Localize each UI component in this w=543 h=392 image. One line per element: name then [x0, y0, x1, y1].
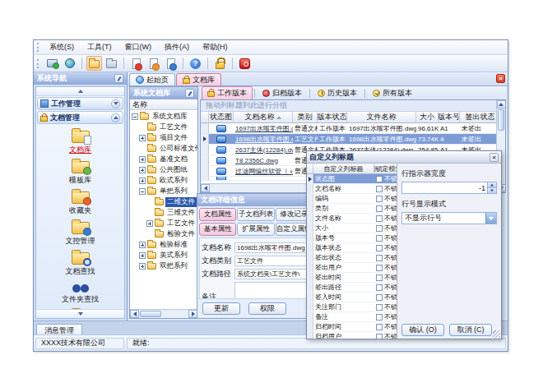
row-indicator-input[interactable]: -1	[401, 182, 497, 194]
menu-item-窗口(W)[interactable]: 窗口(W)	[118, 40, 159, 54]
details-tab-扩展属性[interactable]: 扩展属性	[237, 223, 274, 236]
toolbar-button-globe[interactable]	[62, 56, 77, 71]
dialog-row-版本状态[interactable]: 版本状态不锁定	[307, 243, 397, 253]
checkbox[interactable]	[376, 205, 383, 212]
version-tab-工作版本[interactable]: 工作版本	[202, 86, 253, 100]
dropdown-arrow-icon[interactable]	[485, 213, 496, 224]
dialog-row-编码[interactable]: 编码不锁定	[307, 194, 397, 204]
update-button[interactable]: 更新	[202, 302, 240, 315]
checkbox[interactable]	[376, 304, 383, 311]
document-link[interactable]: 2637主体(12284).dwg	[234, 145, 293, 154]
spin-down-button[interactable]	[488, 187, 496, 193]
version-tab-所有版本[interactable]: 所有版本	[367, 86, 418, 100]
expander-plus-icon[interactable]	[146, 220, 153, 227]
toolbar-button-help[interactable]	[188, 56, 203, 71]
tree-horizontal-scrollbar[interactable]	[130, 309, 197, 318]
checkbox[interactable]	[376, 245, 383, 251]
tree-node-单把系列[interactable]: 单把系列	[130, 186, 197, 196]
details-tab-子文档列表[interactable]: 子文档列表	[237, 208, 274, 221]
scroll-left-button[interactable]	[201, 184, 210, 192]
pin-icon[interactable]	[114, 74, 123, 83]
toolbar-button-lock[interactable]	[212, 56, 228, 71]
dialog-row-大小[interactable]: 大小不锁定	[307, 224, 397, 233]
document-link[interactable]: 1698出水嘴零件图.dwg	[234, 134, 293, 144]
details-tab-文档属性[interactable]: 文档属性	[199, 208, 236, 221]
column-header-状态图[interactable]: 状态图	[209, 112, 234, 122]
expander-plus-icon[interactable]	[139, 167, 146, 173]
dialog-row-备注[interactable]: 备注不锁定	[307, 312, 397, 322]
dialog-row-签出状态[interactable]: 签出状态不锁定	[307, 253, 397, 263]
table-row[interactable]: 1697出水嘴零件图.dwg普通文档工作版本1697出水嘴零件图.dwg96.6…	[201, 123, 506, 134]
dialog-row-关注部门[interactable]: 关注部门不锁定	[307, 302, 397, 312]
sidebar-item-文控管理[interactable]: 文控管理	[36, 218, 124, 248]
doc-category-value[interactable]: 工艺文件	[234, 256, 310, 266]
ok-button[interactable]: 确认 (O)	[401, 324, 444, 336]
sidebar-item-模板库[interactable]: 模板库	[36, 157, 124, 187]
dialog-row-归档用户[interactable]: 归档用户不锁定	[307, 332, 397, 339]
tab-文档库[interactable]: 文档库	[176, 73, 221, 85]
dialog-row-类别[interactable]: 类别不锁定	[307, 204, 397, 214]
sidebar-item-文档库[interactable]: 文档库	[36, 127, 124, 157]
menu-item-帮助(H)[interactable]: 帮助(H)	[196, 40, 234, 54]
column-header-版本状态[interactable]: 版本状态	[318, 112, 347, 122]
dialog-row-签出用户[interactable]: 签出用户不锁定	[307, 263, 397, 273]
menu-item-系统(S)[interactable]: 系统(S)	[43, 40, 81, 54]
dialog-row-签入时间[interactable]: 签入时间不锁定	[307, 293, 397, 302]
expander-plus-icon[interactable]	[139, 263, 146, 270]
checkbox[interactable]	[376, 334, 383, 339]
toolbar-grip[interactable]	[37, 43, 39, 52]
tree-node-基准文档[interactable]: 基准文档	[130, 154, 197, 164]
checkbox[interactable]	[376, 284, 383, 291]
checkbox[interactable]	[376, 235, 383, 242]
toolbar-button-computer[interactable]	[44, 56, 60, 71]
row-number-mode-select[interactable]: 不显示行号	[401, 212, 497, 224]
checkbox[interactable]	[376, 196, 383, 202]
sidebar-item-文件夹查找[interactable]: 文件夹查找	[36, 279, 124, 307]
scroll-up-button[interactable]	[497, 100, 506, 108]
table-row[interactable]: 1698出水嘴零件图.dwg工艺文件工作版本1698出水嘴零件图.dwg73.7…	[201, 134, 506, 145]
dialog-row-文件名称[interactable]: 文件名称不锁定	[307, 214, 397, 224]
sidebar-item-文档查找[interactable]: 文档查找	[36, 248, 124, 279]
toolbar-button-mail-blue[interactable]	[163, 56, 179, 71]
group-by-bar[interactable]: 拖动列标题到此进行分组	[201, 100, 505, 112]
dialog-row-签出路径[interactable]: 签出路径不锁定	[307, 283, 397, 293]
scroll-thumb[interactable]	[498, 109, 504, 131]
menu-item-插件(A)[interactable]: 插件(A)	[158, 40, 196, 54]
column-header-文档名称[interactable]: 文档名称	[234, 112, 293, 122]
expander-plus-icon[interactable]	[139, 156, 146, 163]
sidebar-collapse-button[interactable]	[36, 87, 124, 96]
resize-grip[interactable]	[493, 330, 500, 338]
dialog-row-归档时间[interactable]: 归档时间不锁定	[307, 322, 397, 332]
document-link[interactable]: 过滤网编丝软管（＋...	[234, 166, 293, 176]
column-header-签出状态[interactable]: 签出状态	[460, 112, 501, 122]
doc-path-value[interactable]: 系统文档夹\工艺文件\	[234, 269, 310, 279]
sidebar-section-工作管理[interactable]: 工作管理	[37, 97, 123, 110]
toolbar-button-exit[interactable]	[237, 56, 253, 71]
pin-icon[interactable]	[185, 89, 194, 98]
dialog-col-title-header[interactable]: 自定义列标题	[313, 164, 374, 173]
dialog-title-bar[interactable]: 自定义列标题	[307, 151, 501, 164]
tree-node-检验文件[interactable]: 检验文件	[130, 228, 197, 239]
checkbox[interactable]	[376, 225, 383, 232]
checkbox[interactable]	[376, 274, 383, 281]
checkbox[interactable]	[376, 176, 383, 182]
scroll-thumb[interactable]	[140, 311, 161, 317]
dialog-row-签出时间[interactable]: 签出时间不锁定	[307, 273, 397, 283]
tree-node-工艺文件[interactable]: 工艺文件	[130, 122, 197, 132]
checkbox[interactable]	[376, 314, 383, 321]
checkbox[interactable]	[376, 265, 383, 271]
version-tab-历史版本[interactable]: 历史版本	[312, 86, 363, 100]
scroll-left-button[interactable]	[130, 310, 139, 318]
menu-item-工具(T)[interactable]: 工具(T)	[81, 40, 118, 54]
tree-column-header[interactable]: 名称	[130, 99, 197, 110]
tree-node-项目文件[interactable]: 项目文件	[130, 132, 197, 143]
toolbar-grip[interactable]	[37, 59, 39, 68]
expander-minus-icon[interactable]	[139, 188, 146, 195]
sidebar-section-文档管理[interactable]: 文档管理	[37, 111, 123, 124]
cancel-button[interactable]: 取消 (C)	[449, 324, 492, 336]
checkbox[interactable]	[376, 255, 383, 261]
sidebar-item-收藏夹[interactable]: 收藏夹	[36, 187, 124, 218]
details-tab-基本属性[interactable]: 基本属性	[199, 223, 236, 236]
checkbox[interactable]	[376, 294, 383, 301]
column-header-版本号[interactable]: 版本号	[439, 112, 460, 122]
